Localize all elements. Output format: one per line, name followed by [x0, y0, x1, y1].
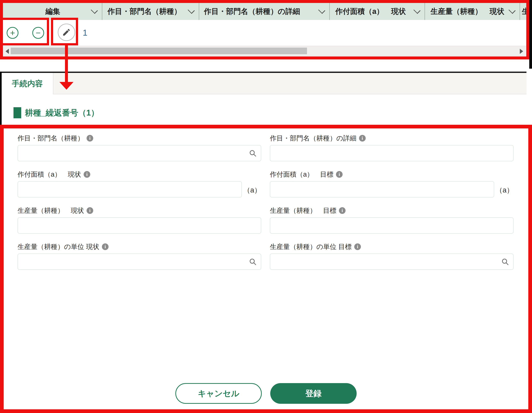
- field-label: 生産量（耕種）の単位 現状: [18, 242, 99, 251]
- form-grid: 作目・部門名（耕種） i 作目・部門名（耕種）の詳細 i 作付面積（a） 現状: [18, 134, 513, 270]
- info-icon[interactable]: i: [354, 244, 361, 250]
- table-header-production-current[interactable]: 生産量（耕種） 現状: [425, 3, 520, 20]
- cancel-button[interactable]: キャンセル: [175, 383, 262, 404]
- horizontal-scrollbar[interactable]: [3, 46, 526, 56]
- minus-icon: −: [36, 28, 41, 37]
- section-title: 耕種_繰返番号（1）: [25, 107, 99, 118]
- add-row-button[interactable]: +: [7, 27, 19, 39]
- field-crop-name: 作目・部門名（耕種） i: [18, 134, 261, 161]
- row-number: 1: [83, 28, 87, 38]
- field-label: 生産量（耕種） 現状: [18, 206, 84, 215]
- search-icon[interactable]: [249, 258, 257, 267]
- field-production-unit-target: 生産量（耕種）の単位 目標 i: [270, 243, 513, 270]
- field-label: 作目・部門名（耕種）の詳細: [270, 134, 356, 143]
- field-label: 作付面積（a） 目標: [270, 170, 333, 179]
- chevron-down-icon[interactable]: [413, 7, 420, 14]
- info-icon[interactable]: i: [336, 171, 342, 178]
- field-area-target: 作付面積（a） 目標 i （a）: [270, 170, 513, 197]
- table-header-crop-name[interactable]: 作目・部門名（耕種）: [102, 3, 199, 20]
- tab-strip: 手続内容: [2, 73, 526, 94]
- info-icon[interactable]: i: [339, 207, 346, 214]
- crop-name-input[interactable]: [18, 145, 261, 161]
- field-production-target: 生産量（耕種） 目標 i: [270, 206, 513, 234]
- search-icon[interactable]: [501, 258, 510, 267]
- pencil-icon: [62, 28, 71, 37]
- screen-edge-black-strip-right: [529, 0, 532, 69]
- field-label: 生産量（耕種）の単位 目標: [270, 242, 352, 251]
- info-icon[interactable]: i: [86, 135, 93, 141]
- scrollbar-thumb[interactable]: [11, 48, 307, 54]
- chevron-down-icon[interactable]: [318, 7, 325, 14]
- screen-edge-black-strip-left: [0, 72, 2, 125]
- table-header-area-current[interactable]: 作付面積（a） 現状: [330, 3, 425, 20]
- info-icon[interactable]: i: [84, 171, 90, 178]
- scroll-left-arrow-icon[interactable]: [6, 49, 9, 54]
- production-current-input[interactable]: [18, 217, 261, 234]
- column-label: 作目・部門名（耕種）の詳細: [204, 6, 300, 16]
- plus-icon: +: [10, 28, 15, 37]
- column-label: 生: [522, 6, 529, 16]
- table-header-crop-name-detail[interactable]: 作目・部門名（耕種）の詳細: [199, 3, 330, 20]
- info-icon[interactable]: i: [102, 244, 109, 250]
- field-crop-name-detail: 作目・部門名（耕種）の詳細 i: [270, 134, 513, 161]
- footer-actions: キャンセル 登録: [0, 383, 532, 404]
- column-label: 生産量（耕種） 現状: [430, 6, 504, 16]
- field-production-unit-current: 生産量（耕種）の単位 現状 i: [18, 243, 261, 270]
- section-marker: [13, 107, 21, 118]
- field-label: 作目・部門名（耕種）: [18, 134, 84, 143]
- tab-procedure-content[interactable]: 手続内容: [2, 73, 53, 94]
- field-area-current: 作付面積（a） 現状 i （a）: [18, 170, 261, 197]
- edit-row-button[interactable]: [58, 24, 75, 41]
- production-unit-current-input[interactable]: [18, 253, 261, 270]
- table-header-row: 編集 作目・部門名（耕種） 作目・部門名（耕種）の詳細 作付面積（a） 現状 生…: [3, 3, 529, 20]
- unit-suffix: （a）: [243, 186, 261, 197]
- info-icon[interactable]: i: [359, 135, 366, 141]
- submit-button[interactable]: 登録: [270, 383, 357, 404]
- chevron-down-icon[interactable]: [188, 7, 195, 14]
- field-production-current: 生産量（耕種） 現状 i: [18, 206, 261, 234]
- tab-label: 手続内容: [12, 78, 43, 89]
- chevron-down-icon[interactable]: [91, 7, 98, 14]
- search-icon[interactable]: [249, 149, 257, 158]
- crop-name-detail-input[interactable]: [270, 145, 513, 161]
- field-label: 作付面積（a） 現状: [18, 170, 81, 179]
- unit-suffix: （a）: [496, 186, 513, 197]
- table-header-edit[interactable]: 編集: [3, 3, 102, 20]
- area-target-input[interactable]: [270, 181, 494, 197]
- screen: 編集 作目・部門名（耕種） 作目・部門名（耕種）の詳細 作付面積（a） 現状 生…: [0, 0, 532, 413]
- remove-row-button[interactable]: −: [32, 27, 44, 39]
- production-target-input[interactable]: [270, 217, 513, 234]
- production-unit-target-input[interactable]: [270, 253, 513, 270]
- column-label: 作付面積（a） 現状: [335, 6, 406, 16]
- column-label: 編集: [45, 6, 60, 16]
- area-current-input[interactable]: [18, 181, 242, 197]
- scroll-right-arrow-icon[interactable]: [520, 49, 523, 54]
- field-label: 生産量（耕種） 目標: [270, 206, 336, 215]
- table-header-clipped: 生: [520, 3, 529, 20]
- info-icon[interactable]: i: [86, 207, 93, 214]
- chevron-down-icon[interactable]: [509, 7, 516, 14]
- section-heading: 耕種_繰返番号（1）: [13, 107, 526, 118]
- column-label: 作目・部門名（耕種）: [107, 6, 181, 16]
